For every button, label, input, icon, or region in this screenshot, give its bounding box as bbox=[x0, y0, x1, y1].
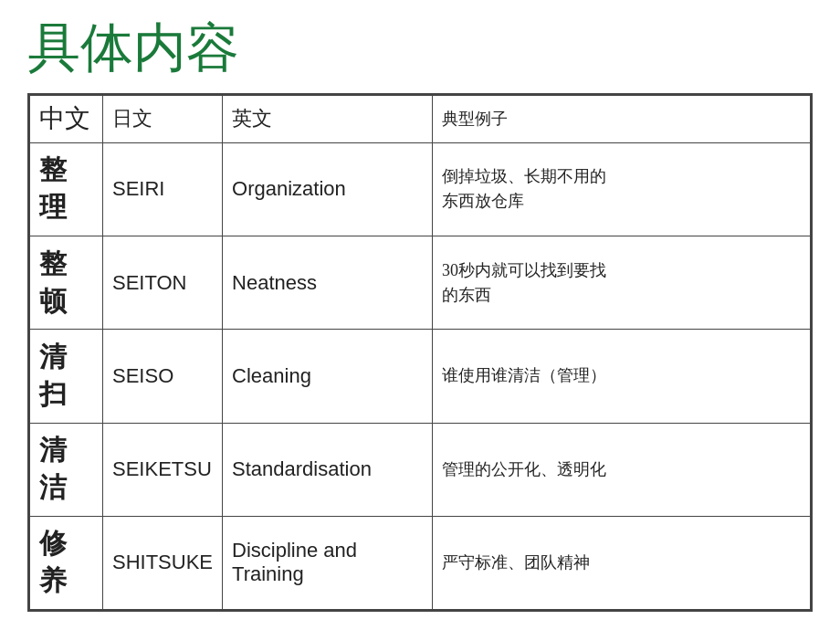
table-row: 清洁SEIKETSUStandardisation管理的公开化、透明化 bbox=[30, 423, 811, 516]
cell-english-3: Standardisation bbox=[223, 423, 433, 516]
cell-japanese-4: SHITSUKE bbox=[103, 516, 223, 609]
page: 具体内容 中文 日文 英文 典型例子 bbox=[0, 0, 840, 630]
header-english: 英文 bbox=[223, 95, 433, 142]
cell-chinese-4: 修养 bbox=[30, 516, 103, 609]
table-row: 整理SEIRIOrganization倒掉垃圾、长期不用的东西放仓库 bbox=[30, 142, 811, 236]
cell-chinese-1: 整顿 bbox=[30, 236, 103, 330]
table-wrapper: 中文 日文 英文 典型例子 整理SEIRIOrganization倒掉垃圾、长期… bbox=[27, 93, 813, 612]
cell-japanese-3: SEIKETSU bbox=[103, 423, 223, 516]
table-header-row: 中文 日文 英文 典型例子 bbox=[30, 95, 811, 142]
table-row: 整顿SEITONNeatness30秒内就可以找到要找的东西 bbox=[30, 236, 811, 330]
cell-english-1: Neatness bbox=[223, 236, 433, 330]
cell-chinese-3: 清洁 bbox=[30, 423, 103, 516]
cell-english-4: Discipline andTraining bbox=[223, 516, 433, 609]
cell-example-3: 管理的公开化、透明化 bbox=[433, 423, 811, 516]
cell-example-4: 严守标准、团队精神 bbox=[433, 516, 811, 609]
content-table: 中文 日文 英文 典型例子 整理SEIRIOrganization倒掉垃圾、长期… bbox=[29, 95, 811, 610]
cell-example-1: 30秒内就可以找到要找的东西 bbox=[433, 236, 811, 330]
cell-example-2: 谁使用谁清洁（管理） bbox=[433, 330, 811, 423]
cell-japanese-0: SEIRI bbox=[103, 142, 223, 236]
cell-japanese-1: SEITON bbox=[103, 236, 223, 330]
table-row: 清扫SEISOCleaning谁使用谁清洁（管理） bbox=[30, 330, 811, 423]
cell-chinese-2: 清扫 bbox=[30, 330, 103, 423]
cell-japanese-2: SEISO bbox=[103, 330, 223, 423]
cell-english-2: Cleaning bbox=[223, 330, 433, 423]
cell-chinese-0: 整理 bbox=[30, 142, 103, 236]
page-title: 具体内容 bbox=[27, 18, 813, 77]
table-row: 修养SHITSUKEDiscipline andTraining严守标准、团队精… bbox=[30, 516, 811, 609]
header-chinese: 中文 bbox=[30, 95, 103, 142]
cell-english-0: Organization bbox=[223, 142, 433, 236]
cell-example-0: 倒掉垃圾、长期不用的东西放仓库 bbox=[433, 142, 811, 236]
header-example: 典型例子 bbox=[433, 95, 811, 142]
header-japanese: 日文 bbox=[103, 95, 223, 142]
